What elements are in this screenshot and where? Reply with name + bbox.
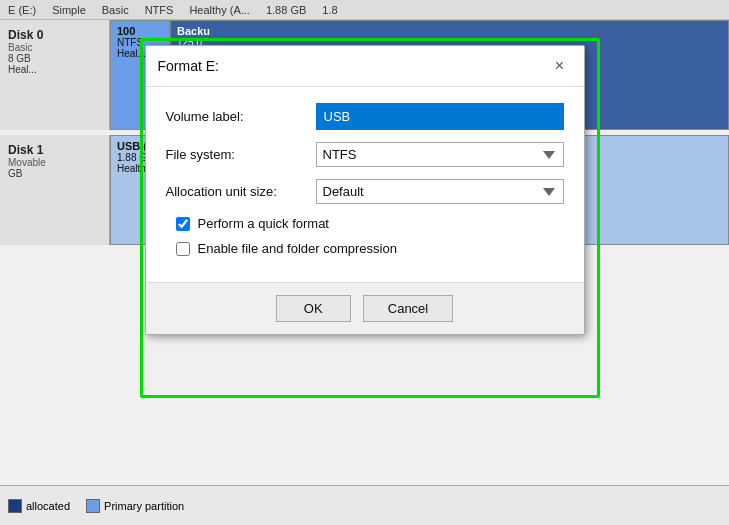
cancel-button[interactable]: Cancel	[363, 295, 453, 322]
ok-button[interactable]: OK	[276, 295, 351, 322]
modal-title: Format E:	[158, 58, 219, 74]
compression-checkbox[interactable]	[176, 242, 190, 256]
modal-titlebar: Format E: ×	[146, 46, 584, 87]
compression-row: Enable file and folder compression	[166, 241, 564, 256]
file-system-control: NTFS FAT32 exFAT	[316, 142, 564, 167]
allocation-unit-control: Default 512 1024 2048 4096	[316, 179, 564, 204]
file-system-select[interactable]: NTFS FAT32 exFAT	[316, 142, 564, 167]
volume-label-label: Volume label:	[166, 109, 316, 124]
quick-format-label: Perform a quick format	[198, 216, 330, 231]
close-button[interactable]: ×	[548, 54, 572, 78]
modal-backdrop: Format E: × Volume label: File system: N…	[0, 0, 729, 525]
checkboxes-section: Perform a quick format Enable file and f…	[166, 216, 564, 256]
volume-label-input[interactable]	[316, 103, 564, 130]
modal-footer: OK Cancel	[146, 282, 584, 334]
allocation-unit-select[interactable]: Default 512 1024 2048 4096	[316, 179, 564, 204]
file-system-label: File system:	[166, 147, 316, 162]
compression-label: Enable file and folder compression	[198, 241, 397, 256]
allocation-unit-label: Allocation unit size:	[166, 184, 316, 199]
volume-label-row: Volume label:	[166, 103, 564, 130]
quick-format-checkbox[interactable]	[176, 217, 190, 231]
format-dialog: Format E: × Volume label: File system: N…	[145, 45, 585, 335]
allocation-unit-row: Allocation unit size: Default 512 1024 2…	[166, 179, 564, 204]
quick-format-row: Perform a quick format	[166, 216, 564, 231]
volume-label-control	[316, 103, 564, 130]
file-system-row: File system: NTFS FAT32 exFAT	[166, 142, 564, 167]
modal-body: Volume label: File system: NTFS FAT32 ex…	[146, 87, 584, 282]
